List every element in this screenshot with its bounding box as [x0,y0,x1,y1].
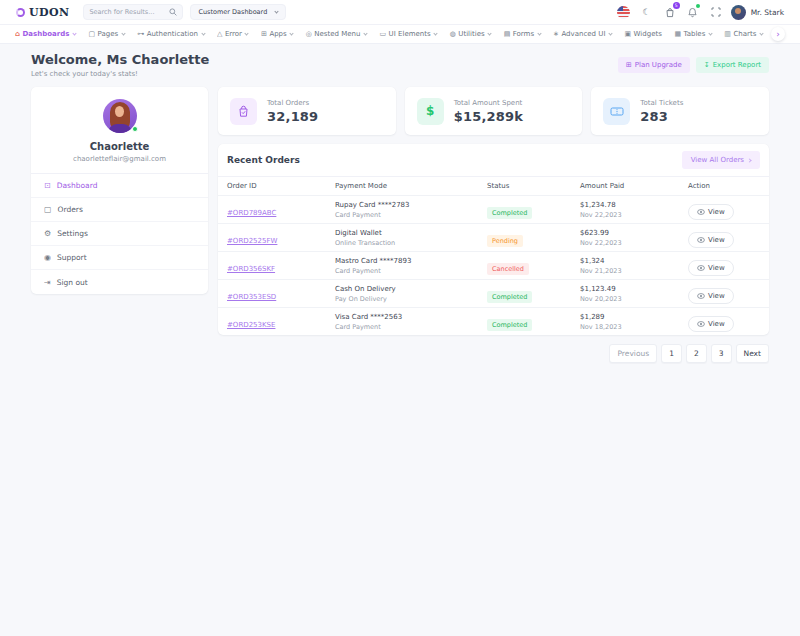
nav-item-charts[interactable]: ▥Charts [724,30,763,38]
sidebar-item-label: Orders [58,205,83,214]
logo-icon [16,8,25,17]
profile-card: Chaorlette chaorletteflair@gmail.com ⊡Da… [31,87,208,294]
nav-label: Nested Menu [314,30,360,38]
profile-name: Chaorlette [31,141,208,152]
stat-card-total-amount-spent: $ Total Amount Spent $15,289k [405,87,583,135]
pagination-next-button[interactable]: Next [736,344,769,363]
sidebar-item-orders[interactable]: ▢Orders [31,198,208,222]
pagination-previous-button[interactable]: Previous [609,344,657,363]
avatar-shirt [108,124,132,133]
chevron-down-icon [201,31,205,35]
key-icon: ⊶ [137,30,144,38]
payment-mode-sub: Card Payment [335,211,487,219]
language-flag-icon[interactable] [616,4,632,20]
payment-mode: Rupay Card ****2783 [335,201,487,209]
table-row: #ORD356SKF Mastro Card ****7893Card Paym… [218,251,769,279]
chevron-down-icon [245,31,249,35]
search-icon[interactable] [169,8,177,16]
online-status-dot [132,126,138,132]
nav-item-advanced-ui[interactable]: ∗Advanced UI [553,30,612,38]
fullscreen-icon[interactable] [708,4,724,20]
nav-item-tables[interactable]: ▦Tables [674,30,711,38]
app-logo[interactable]: UDON [16,6,69,19]
view-order-button[interactable]: View [688,316,734,332]
search-input[interactable] [89,8,169,16]
export-report-button[interactable]: ↧ Export Report [696,57,769,73]
order-id-link[interactable]: #ORD253KSE [227,321,275,329]
paid-date: Nov 21,2023 [580,267,688,275]
bar-chart-icon: ▥ [724,30,731,38]
dark-mode-icon[interactable]: ☾ [639,4,655,20]
nav-item-nested-menu[interactable]: ◎Nested Menu [306,30,367,38]
sidebar-item-label: Sign out [57,278,88,287]
chevron-down-icon [121,31,125,35]
nav-item-pages[interactable]: ▢Pages [88,30,124,38]
order-id-link[interactable]: #ORD353ESD [227,293,276,301]
nav-label: Utilities [458,30,484,38]
table-icon: ▦ [674,30,681,38]
nav-scroll-right-button[interactable]: › [771,27,785,41]
table-row: #ORD253KSE Visa Card ****2563Card Paymen… [218,307,769,335]
dashboard-select[interactable]: Customer Dashboard [190,4,286,20]
avatar-face [115,106,124,117]
logo-text: UDON [29,6,69,19]
order-id-link[interactable]: #ORD356SKF [227,265,275,273]
cart-icon[interactable]: 5 [662,4,678,20]
paid-date: Nov 18,2023 [580,323,688,331]
view-all-orders-button[interactable]: View All Orders [682,151,760,169]
view-order-button[interactable]: View [688,288,734,304]
order-id-link[interactable]: #ORD789ABC [227,209,276,217]
user-profile-menu[interactable]: Mr. Stark [731,5,784,20]
plan-upgrade-button[interactable]: ⊞ Plan Upgrade [618,57,690,73]
page-title: Welcome, Ms Chaorlette [31,52,209,67]
chevron-down-icon [290,31,294,35]
nav-label: Charts [733,30,756,38]
logout-icon: ⇥ [44,278,51,287]
order-id-link[interactable]: #ORD2525FW [227,237,277,245]
notifications-bell-icon[interactable] [685,4,701,20]
view-order-button[interactable]: View [688,232,734,248]
recent-orders-card: Recent Orders View All Orders Order ID P… [218,144,769,335]
sidebar-item-label: Dashboard [57,181,98,190]
paid-date: Nov 22,2023 [580,239,688,247]
sidebar-item-support[interactable]: ◉Support [31,246,208,270]
nav-item-apps[interactable]: ⊞Apps [261,30,293,38]
amount-paid: $1,123.49 [580,285,688,293]
grid-icon: ⊞ [626,61,632,69]
column-header-status: Status [487,182,580,190]
pagination-page-1-button[interactable]: 1 [661,344,682,363]
chevron-down-icon [434,31,438,35]
shopping-bag-icon: ▢ [44,205,52,214]
nav-item-forms[interactable]: ▤Forms [504,30,541,38]
nav-item-authentication[interactable]: ⊶Authentication [137,30,204,38]
stat-value: 32,189 [267,109,318,124]
chevron-down-icon [72,31,76,35]
payment-mode: Cash On Delivery [335,285,487,293]
sidebar-item-sign-out[interactable]: ⇥Sign out [31,270,208,294]
sidebar-item-settings[interactable]: ⚙Settings [31,222,208,246]
view-order-button[interactable]: View [688,260,734,276]
search-box [83,4,183,20]
nav-item-error[interactable]: △Error [217,30,248,38]
user-avatar [731,5,746,20]
chevron-down-icon [363,31,367,35]
nav-item-widgets[interactable]: ▣Widgets [624,30,661,38]
avatar [103,99,137,133]
stat-value: 283 [640,109,683,124]
nav-item-utilities[interactable]: ◍Utilities [450,30,491,38]
view-order-button[interactable]: View [688,204,734,220]
view-all-label: View All Orders [691,156,744,164]
chevron-down-icon [488,31,492,35]
eye-icon [697,209,705,215]
stat-card-total-tickets: Total Tickets 283 [591,87,769,135]
nav-item-ui-elements[interactable]: ▭UI Elements [379,30,437,38]
view-label: View [708,320,725,328]
pagination-page-2-button[interactable]: 2 [686,344,707,363]
chevron-down-icon [759,31,763,35]
home-icon: ⌂ [15,30,20,38]
nav-item-dashboards[interactable]: ⌂Dashboards [15,30,76,38]
view-label: View [708,264,725,272]
table-row: #ORD2525FW Digital WalletOnline Transact… [218,223,769,251]
pagination-page-3-button[interactable]: 3 [711,344,732,363]
sidebar-item-dashboard[interactable]: ⊡Dashboard [31,174,208,198]
